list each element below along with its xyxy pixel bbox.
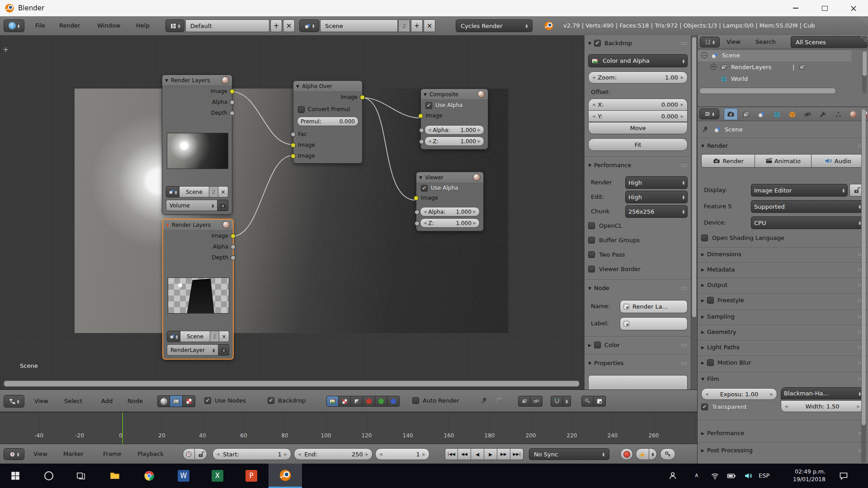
unlink-button[interactable]: × — [218, 186, 228, 197]
outliner-hscrollbar[interactable] — [699, 88, 836, 94]
file-explorer-button[interactable] — [107, 464, 123, 488]
properties-vscrollbar[interactable] — [861, 108, 866, 463]
tab-modifiers[interactable] — [816, 109, 830, 120]
increment-icon[interactable]: ▶ — [770, 392, 773, 396]
go-to-parent-icon[interactable] — [495, 397, 503, 405]
geometry-panel-header[interactable]: ▶Geometry — [701, 328, 865, 335]
editor-type-button-timeline[interactable] — [4, 448, 24, 460]
panel-drag-icon[interactable] — [680, 42, 688, 45]
users-count[interactable]: 2 — [210, 331, 219, 342]
input-socket-z[interactable] — [415, 221, 420, 226]
menu-playback[interactable]: Playback — [137, 450, 164, 457]
properties-panel-header[interactable]: ▼Properties — [588, 360, 688, 366]
tab-material[interactable] — [847, 109, 859, 120]
input-socket-image2[interactable] — [291, 154, 296, 159]
node-render-layers-1[interactable]: ▼Render Layers Image Alpha Depth Scene 2… — [162, 75, 232, 215]
scene-delete-button[interactable]: × — [424, 19, 435, 32]
move-button[interactable]: Move — [588, 122, 688, 134]
outliner-row-renderlayers[interactable]: + RenderLayers | — [698, 62, 851, 73]
offset-x-field[interactable]: ◀X:0.000▶ — [588, 99, 688, 110]
premul-slider[interactable]: Premul:0.000 — [297, 117, 359, 126]
decrement-icon[interactable]: ◀ — [424, 210, 426, 214]
opencl-checkbox[interactable] — [588, 222, 595, 229]
outliner-row-world[interactable]: World — [698, 74, 851, 85]
input-socket-alpha[interactable] — [415, 210, 420, 215]
time-display-toggle[interactable] — [183, 448, 195, 460]
input-socket-alpha[interactable] — [419, 128, 424, 133]
render-layer-render-button[interactable] — [218, 344, 229, 356]
menu-render[interactable]: Render — [59, 22, 80, 29]
render-animation-button[interactable]: Animatio — [755, 154, 811, 168]
play-button[interactable]: ▶ — [484, 448, 497, 460]
increment-icon[interactable]: ▶ — [478, 139, 481, 143]
tab-world[interactable] — [770, 109, 784, 120]
feature-set-dropdown[interactable]: Supported — [751, 200, 864, 213]
use-alpha-checkbox[interactable] — [425, 102, 432, 109]
outliner-vscrollbar[interactable] — [862, 50, 867, 93]
pin-icon[interactable] — [701, 126, 709, 134]
prev-keyframe-button[interactable]: ◀◀ — [458, 448, 471, 460]
film-panel-header[interactable]: ▼Film — [701, 375, 865, 382]
input-socket-fac[interactable] — [291, 132, 296, 137]
backdrop-checkbox[interactable] — [268, 397, 274, 404]
current-frame-field[interactable]: ◀1▶ — [375, 448, 429, 460]
layout-add-button[interactable]: + — [270, 19, 282, 32]
decrement-icon[interactable]: ◀ — [592, 103, 595, 107]
alpha-slider[interactable]: ◀Alpha:1.000▶ — [425, 125, 484, 135]
editor-type-button-properties[interactable] — [699, 108, 719, 119]
network-button[interactable] — [707, 464, 722, 488]
convert-premul-checkbox[interactable] — [298, 106, 305, 113]
performance-panel-header[interactable]: ▼Performance — [588, 162, 688, 169]
render-panel-header[interactable]: ▼Render — [701, 142, 865, 149]
panel-drag-icon[interactable] — [680, 286, 688, 290]
output-panel-header[interactable]: ▶Output — [701, 282, 865, 288]
powerpoint-button[interactable]: P — [243, 464, 259, 488]
current-frame-line[interactable] — [122, 413, 123, 444]
output-socket-image[interactable] — [230, 89, 235, 94]
decrement-icon[interactable]: ◀ — [428, 139, 431, 143]
menu-view[interactable]: View — [33, 450, 47, 457]
metadata-panel-header[interactable]: ▶Metadata — [701, 266, 865, 273]
tab-render-layers[interactable] — [739, 109, 753, 120]
sampling-panel-header[interactable]: ▶Sampling — [701, 313, 865, 320]
menu-window[interactable]: Window — [97, 22, 120, 29]
color-checkbox[interactable] — [594, 342, 601, 348]
auto-render-checkbox[interactable] — [412, 397, 419, 404]
menu-search[interactable]: Search — [755, 38, 776, 45]
collapse-icon[interactable]: ▼ — [419, 175, 422, 180]
increment-icon[interactable]: ▶ — [473, 221, 476, 225]
increment-icon[interactable]: ▶ — [681, 75, 684, 80]
output-socket-depth[interactable] — [230, 111, 235, 116]
motion-blur-panel-header[interactable]: ▶Motion Blur — [701, 359, 865, 366]
z-slider[interactable]: ◀Z:1.000▶ — [420, 218, 480, 228]
pixel-filter-dropdown[interactable]: Blackman-Ha... — [781, 387, 864, 399]
compositing-nodes-tab[interactable] — [170, 395, 183, 407]
light-paths-panel-header[interactable]: ▶Light Paths — [701, 344, 865, 351]
node-name-field[interactable]: Render La... — [620, 300, 688, 313]
editor-type-button-node[interactable] — [4, 395, 24, 408]
increment-icon[interactable]: ▶ — [473, 210, 476, 214]
maximize-button[interactable] — [810, 0, 839, 16]
backdrop-panel-header[interactable]: ▼Backdrop — [588, 40, 688, 47]
decrement-icon[interactable]: ◀ — [592, 114, 595, 118]
menu-view[interactable]: View — [34, 398, 48, 404]
input-socket-image[interactable] — [418, 113, 423, 118]
tab-scene[interactable] — [755, 109, 769, 120]
insert-offset-button[interactable] — [530, 396, 542, 407]
decrement-icon[interactable]: ◀ — [424, 221, 426, 225]
unlink-button[interactable]: × — [219, 331, 229, 342]
preview-toggle-icon[interactable] — [222, 76, 229, 84]
use-alpha-checkbox[interactable] — [421, 185, 428, 192]
vertical-scrollbar[interactable] — [691, 35, 697, 389]
filter-width-slider[interactable]: ◀Width: 1.50▶ — [781, 400, 864, 412]
backdrop-checkbox[interactable] — [594, 40, 601, 47]
offset-y-field[interactable]: ◀Y:0.000▶ — [588, 110, 688, 122]
collapse-icon[interactable]: − — [701, 52, 708, 58]
cortana-button[interactable] — [41, 464, 57, 488]
play-reverse-button[interactable]: ◀ — [471, 448, 484, 460]
node-panel-header[interactable]: ▼Node — [588, 285, 688, 291]
volume-button[interactable] — [741, 464, 756, 488]
scene-browse-button[interactable] — [166, 186, 179, 197]
decrement-icon[interactable]: ◀ — [379, 452, 382, 456]
backdrop-channel-alpha[interactable] — [351, 396, 363, 407]
